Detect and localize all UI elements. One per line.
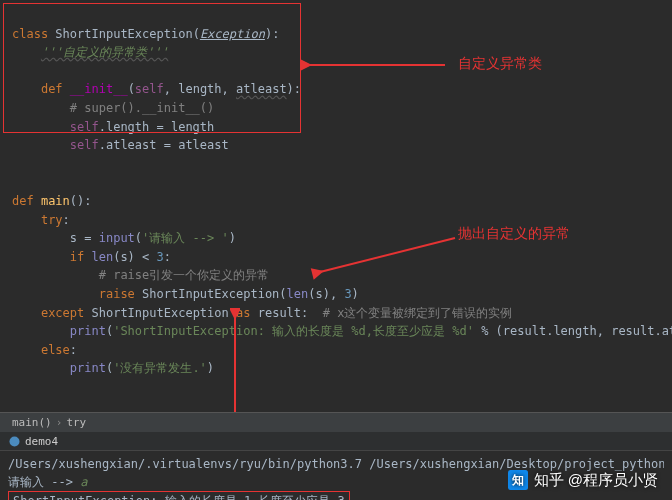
zhihu-icon: 知 [508, 470, 528, 490]
init-method: __init__ [70, 82, 128, 96]
docstring: '''自定义的异常类''' [41, 45, 168, 59]
terminal-user-input: a [80, 475, 87, 489]
chevron-icon: › [56, 416, 63, 429]
kw-class: class [12, 27, 48, 41]
base-class: Exception [200, 27, 265, 41]
run-config-name: demo4 [25, 435, 58, 448]
class-name: ShortInputException [55, 27, 192, 41]
comment-super: # super().__init__() [70, 101, 215, 115]
run-tab[interactable]: demo4 [0, 432, 672, 451]
main-fn: main [41, 194, 70, 208]
terminal-prompt: 请输入 --> [8, 475, 80, 489]
terminal-exception-output: ShortInputException: 输入的长度是 1,长度至少应是 3 [8, 491, 350, 500]
svg-text:知: 知 [511, 473, 524, 486]
anno-raise: 抛出自定义的异常 [458, 225, 570, 243]
bc-try[interactable]: try [66, 416, 86, 429]
anno-custom-class: 自定义异常类 [458, 55, 542, 73]
breadcrumb[interactable]: main()›try [0, 412, 672, 433]
blank-line [12, 64, 19, 78]
code-editor[interactable]: class ShortInputException(Exception): ''… [0, 0, 672, 434]
python-icon [8, 435, 21, 448]
svg-point-3 [10, 437, 20, 447]
watermark: 知 知乎 @程序员小贤 [508, 470, 658, 490]
bc-main[interactable]: main() [12, 416, 52, 429]
